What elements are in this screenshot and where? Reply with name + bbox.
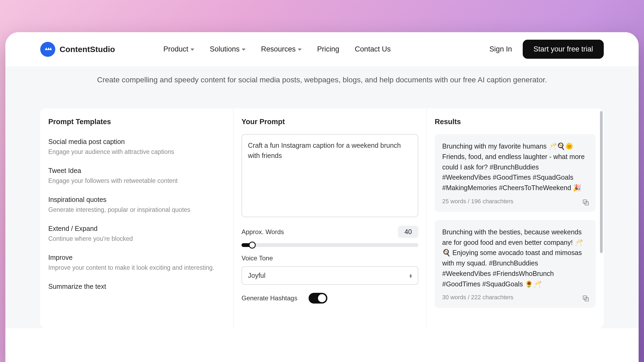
chevron-down-icon [298,49,302,51]
results-title: Results [435,118,596,126]
hashtags-toggle[interactable] [309,293,327,304]
hashtags-label: Generate Hashtags [241,294,297,302]
result-meta: 30 words / 222 charachters [442,294,588,301]
copy-icon[interactable] [582,295,589,302]
prompt-column: Your Prompt Approx. Words 40 Voice Tone … [233,108,427,328]
template-title: Inspirational quotes [48,196,225,204]
copy-icon[interactable] [582,199,589,206]
voice-tone-label: Voice Tone [241,254,418,262]
nav-label: Solutions [210,45,240,53]
templates-column: Prompt Templates Social media post capti… [40,108,233,328]
voice-tone-value: Joyful [248,272,265,279]
template-title: Tweet Idea [48,167,225,175]
template-desc: Continue where you're blocked [48,235,225,242]
template-social-caption[interactable]: Social media post caption Engage your au… [48,134,225,163]
nav-pricing[interactable]: Pricing [317,45,339,53]
template-title: Extend / Expand [48,225,225,232]
result-meta: 25 words / 196 charachters [442,198,588,205]
template-title: Summarize the text [48,283,225,290]
template-desc: Engage your followers with retweetable c… [48,177,225,184]
approx-words-value: 40 [398,226,418,238]
app-window: ContentStudio Product Solutions Resource… [5,32,639,362]
template-extend-expand[interactable]: Extend / Expand Continue where you're bl… [48,221,225,250]
nav-resources[interactable]: Resources [261,45,302,53]
header: ContentStudio Product Solutions Resource… [5,32,639,66]
template-summarize[interactable]: Summarize the text [48,279,225,301]
prompt-title: Your Prompt [241,118,418,126]
nav-contact[interactable]: Contact Us [355,45,391,53]
template-desc: Improve your content to make it look exc… [48,264,225,271]
results-scrollbar[interactable] [600,111,603,253]
main-content: Prompt Templates Social media post capti… [5,108,639,328]
nav-label: Pricing [317,45,339,53]
chevron-down-icon [242,49,246,51]
prompt-textarea[interactable] [241,134,418,217]
chevron-down-icon [191,49,194,51]
voice-tone-row: Voice Tone Joyful ▴▾ [241,254,418,285]
templates-title: Prompt Templates [48,118,225,126]
voice-tone-select[interactable]: Joyful ▴▾ [241,266,418,285]
page-subtitle: Create compelling and speedy content for… [5,66,639,108]
approx-words-label: Approx. Words [241,228,284,236]
result-card: Brunching with my favorite humans 🥂🍳🌞 Fr… [435,134,596,212]
result-card: Brunching with the besties, because week… [435,220,596,308]
hashtags-row: Generate Hashtags [241,293,327,304]
toggle-knob [318,294,326,302]
updown-caret-icon: ▴▾ [409,274,412,278]
main-nav: Product Solutions Resources Pricing Cont… [163,45,391,53]
signin-link[interactable]: Sign In [489,45,512,53]
panels: Prompt Templates Social media post capti… [40,108,604,328]
approx-words-slider[interactable] [241,243,418,247]
header-right: Sign In Start your free trial [489,40,604,59]
nav-solutions[interactable]: Solutions [210,45,246,53]
brand-logo-icon [40,42,55,57]
template-desc: Engage your audience with attractive cap… [48,148,225,156]
brand-name: ContentStudio [60,45,115,54]
template-inspirational-quotes[interactable]: Inspirational quotes Generate interestin… [48,192,225,221]
template-desc: Generate interesting, popular or inspira… [48,206,225,213]
template-improve[interactable]: Improve Improve your content to make it … [48,250,225,279]
template-title: Improve [48,254,225,261]
approx-words-row: Approx. Words 40 [241,226,418,238]
result-text: Brunching with my favorite humans 🥂🍳🌞 Fr… [442,141,588,193]
start-trial-button[interactable]: Start your free trial [523,40,604,59]
slider-thumb[interactable] [249,242,256,249]
nav-product[interactable]: Product [163,45,194,53]
brand[interactable]: ContentStudio [40,42,115,57]
template-tweet-idea[interactable]: Tweet Idea Engage your followers with re… [48,163,225,192]
results-column: Results Brunching with my favorite human… [427,108,604,328]
template-title: Social media post caption [48,138,225,146]
nav-label: Resources [261,45,296,53]
result-text: Brunching with the besties, because week… [442,227,588,289]
nav-label: Product [163,45,188,53]
nav-label: Contact Us [355,45,391,53]
